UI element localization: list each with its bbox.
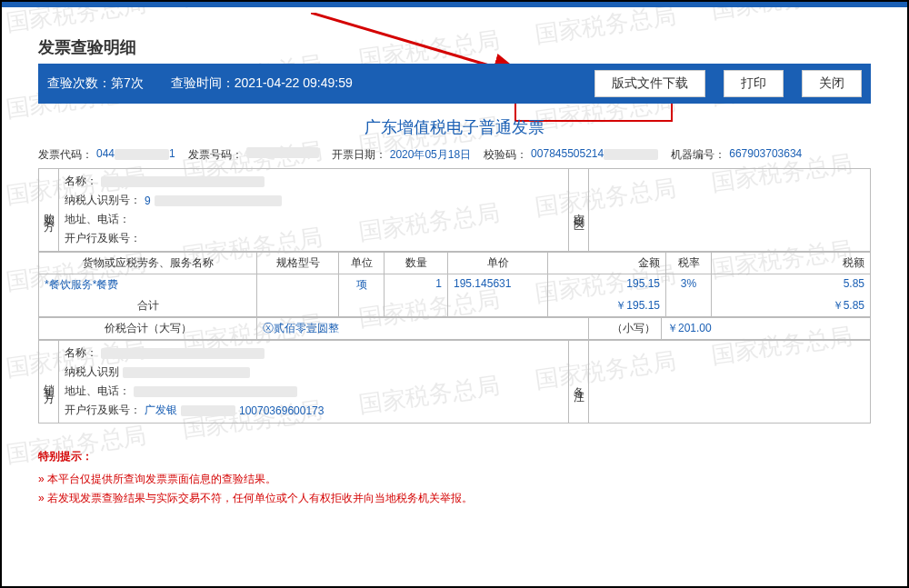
invoice-machine: 机器编号：667903703634 [671, 147, 802, 163]
invoice-check-code: 校验码： 007845505214 [484, 147, 658, 163]
low-total-value: ￥201.00 [662, 318, 871, 340]
col-unit: 单位 [339, 253, 385, 274]
cn-total-label: 价税合计（大写） [39, 318, 257, 340]
col-price: 单价 [448, 253, 548, 274]
check-time: 查验时间：2021-04-22 09:49:59 [171, 75, 353, 92]
seller-addr: 地址、电话： [65, 382, 563, 401]
invoice-number: 发票号码： [188, 147, 319, 163]
download-button[interactable]: 版式文件下载 [594, 70, 705, 97]
page-title: 发票查验明细 [38, 36, 871, 58]
col-rate: 税率 [666, 253, 712, 274]
buyer-addr: 地址、电话： [65, 210, 563, 229]
tips-line-2: » 若发现发票查验结果与实际交易不符，任何单位或个人有权拒收并向当地税务机关举报… [38, 491, 871, 506]
check-count: 查验次数：第7次 [47, 75, 144, 92]
buyer-bank: 开户行及账号： [65, 229, 563, 248]
invoice-date: 开票日期：2020年05月18日 [332, 147, 471, 163]
item-row: *餐饮服务*餐费 项 1 195.145631 195.15 3% 5.85 [39, 274, 871, 296]
seller-bank: 开户行及账号：广发银10070369600173 [65, 401, 563, 420]
tips-section: 特别提示： » 本平台仅提供所查询发票票面信息的查验结果。 » 若发现发票查验结… [38, 449, 871, 506]
buyer-table: 购买方 名称： 纳税人识别号：9 地址、电话： 开户行及账号： 密码区 [38, 168, 871, 252]
buyer-name: 名称： [65, 172, 563, 191]
seller-section-label: 销售方 [39, 341, 59, 424]
invoice-meta: 发票代码： 0441 发票号码： 开票日期：2020年05月18日 校验码： 0… [38, 144, 871, 168]
seller-taxid: 纳税人识别 [65, 363, 563, 382]
cn-total-value: ⓧ贰佰零壹圆整 [257, 318, 589, 340]
grand-total-table: 价税合计（大写） ⓧ贰佰零壹圆整 （小写） ￥201.00 [38, 317, 871, 340]
col-qty: 数量 [385, 253, 448, 274]
col-name: 货物或应税劳务、服务名称 [39, 253, 257, 274]
buyer-taxid: 纳税人识别号：9 [65, 191, 563, 210]
close-button[interactable]: 关闭 [802, 70, 862, 97]
totals-row: 合计 ￥195.15 ￥5.85 [39, 295, 871, 317]
invoice-title: 广东增值税电子普通发票 [38, 116, 871, 138]
remark-section-label: 备注 [569, 341, 589, 424]
items-table: 货物或应税劳务、服务名称 规格型号 单位 数量 单价 金额 税率 税额 *餐饮服… [38, 252, 871, 317]
tips-title: 特别提示： [38, 449, 871, 464]
seller-name: 名称： [65, 344, 563, 363]
seller-table: 销售方 名称： 纳税人识别 地址、电话： 开户行及账号：广发银100703696… [38, 340, 871, 424]
invoice-code: 发票代码： 0441 [38, 147, 175, 163]
col-tax: 税额 [712, 253, 871, 274]
low-total-label: （小写） [589, 318, 662, 340]
buyer-section-label: 购买方 [39, 169, 59, 252]
print-button[interactable]: 打印 [724, 70, 784, 97]
col-amount: 金额 [548, 253, 666, 274]
col-spec: 规格型号 [257, 253, 339, 274]
password-section-label: 密码区 [569, 169, 589, 252]
tips-line-1: » 本平台仅提供所查询发票票面信息的查验结果。 [38, 472, 871, 487]
header-bar: 查验次数：第7次 查验时间：2021-04-22 09:49:59 版式文件下载… [38, 64, 871, 104]
